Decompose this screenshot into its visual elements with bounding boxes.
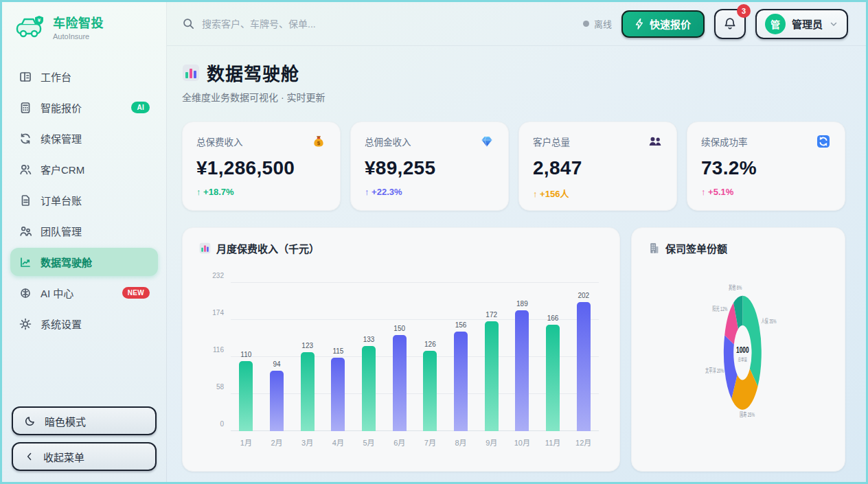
- collapse-menu-button[interactable]: 收起菜单: [12, 442, 157, 471]
- kpi-value: 73.2%: [701, 157, 831, 179]
- y-tick-label: 58: [216, 383, 224, 391]
- donut-chart: 人保 35%国寿 25%太平洋 20%阳光 12%其他 8%1000总单量: [648, 260, 828, 443]
- sidebar-item-ai-center[interactable]: AI 中心 NEW: [10, 279, 158, 307]
- sidebar-footer: 暗色模式 收起菜单: [2, 400, 166, 482]
- bar-chart-emoji-icon: [199, 242, 211, 254]
- x-tick-label: 9月: [476, 437, 507, 448]
- lightning-icon: [635, 19, 644, 30]
- bar-slot: 150: [384, 325, 415, 431]
- search-box[interactable]: [182, 17, 409, 30]
- sidebar-item-crm[interactable]: 客户CRM: [10, 155, 158, 183]
- connection-status: 离线: [583, 17, 612, 30]
- sidebar-item-renewal[interactable]: 续保管理: [10, 124, 158, 152]
- sidebar-item-label: 订单台账: [41, 193, 150, 207]
- dark-mode-label: 暗色模式: [45, 414, 86, 428]
- refresh-icon: [816, 134, 831, 149]
- donut-slice-label: 阳光 12%: [712, 306, 728, 313]
- kpi-value: ¥1,286,500: [196, 157, 326, 179]
- x-tick-label: 11月: [538, 437, 569, 448]
- chevron-left-icon: [24, 451, 35, 462]
- bar-value-label: 166: [547, 314, 559, 322]
- bar[interactable]: [239, 361, 253, 431]
- avatar: 管: [765, 14, 786, 34]
- status-label: 离线: [594, 17, 612, 30]
- ai-badge: AI: [131, 102, 150, 113]
- bar-chart-plot: 0581161742321109412311513315012615617218…: [231, 283, 599, 431]
- kpi-delta: ↑ +156人: [533, 187, 663, 200]
- bars: 11094123115133150126156172189166202: [231, 283, 599, 431]
- x-tick-label: 2月: [262, 437, 293, 448]
- donut-slice-人保[interactable]: [742, 296, 761, 387]
- bar[interactable]: [362, 346, 376, 431]
- money-bag-icon: $: [311, 134, 326, 149]
- bar[interactable]: [331, 358, 345, 431]
- bar[interactable]: [270, 371, 284, 431]
- bar[interactable]: [393, 335, 407, 431]
- notifications-button[interactable]: 3: [714, 9, 746, 39]
- search-input[interactable]: [202, 19, 394, 30]
- bar-slot: 172: [476, 311, 507, 431]
- sidebar-item-label: 团队管理: [41, 224, 150, 238]
- bar-chart-x-labels: 1月2月3月4月5月6月7月8月9月10月11月12月: [231, 437, 599, 448]
- y-tick-label: 232: [212, 272, 224, 279]
- bar[interactable]: [577, 302, 591, 431]
- donut-center-value: 1000: [736, 345, 749, 354]
- kpi-card-renewal-rate: 续保成功率 73.2% ↑ +5.1%: [687, 122, 845, 211]
- sidebar-item-team[interactable]: 团队管理: [10, 217, 158, 245]
- quick-quote-button[interactable]: 快速报价: [621, 10, 705, 38]
- line-chart-icon: [19, 255, 32, 269]
- kpi-label: 总佣金收入: [365, 135, 411, 148]
- svg-text:¥: ¥: [38, 17, 41, 23]
- kpi-value: 2,847: [533, 157, 663, 179]
- y-tick-label: 174: [212, 309, 224, 316]
- donut-center-label: 总单量: [738, 356, 747, 363]
- sidebar-nav: 工作台 智能报价 AI 续保管理 客户CRM 订单台账 团队管理: [2, 60, 166, 400]
- x-tick-label: 7月: [415, 437, 446, 448]
- sidebar-item-label: 智能报价: [41, 100, 123, 115]
- bar-value-label: 94: [273, 360, 280, 368]
- calculator-icon: [19, 101, 32, 115]
- dashboard-content: 数据驾驶舱 全维度业务数据可视化 · 实时更新 总保费收入 $ ¥1,286,5…: [167, 46, 866, 482]
- bar-chart-card: 月度保费收入（千元） 05811617423211094123115133150…: [182, 227, 620, 472]
- topbar: 离线 快速报价 3 管 管理员: [167, 2, 866, 46]
- bar[interactable]: [515, 310, 529, 431]
- car-insurance-logo-icon: ¥: [14, 13, 46, 41]
- donut-slice-label: 国寿 25%: [740, 411, 755, 419]
- sidebar-item-dashboard[interactable]: 数据驾驶舱: [10, 248, 158, 276]
- x-tick-label: 10月: [507, 437, 538, 448]
- page-subtitle: 全维度业务数据可视化 · 实时更新: [182, 90, 845, 104]
- gem-icon: [479, 134, 494, 149]
- x-tick-label: 5月: [354, 437, 385, 448]
- sidebar-item-orders[interactable]: 订单台账: [10, 186, 158, 214]
- main-area: 离线 快速报价 3 管 管理员 数据驾驶舱 全维度业务数据可视化 · 实时更新: [167, 2, 866, 482]
- bar-slot: 189: [507, 300, 538, 431]
- kpi-card-premium: 总保费收入 $ ¥1,286,500 ↑ +18.7%: [182, 122, 341, 211]
- kpi-delta: ↑ +18.7%: [196, 187, 326, 197]
- donut-slice-label: 人保 35%: [761, 317, 777, 325]
- kpi-delta: ↑ +5.1%: [701, 187, 831, 197]
- bar[interactable]: [485, 321, 499, 431]
- moon-icon: [24, 415, 36, 427]
- y-tick-label: 0: [220, 420, 224, 428]
- bar-value-label: 156: [455, 321, 467, 329]
- brain-icon: [19, 286, 32, 300]
- dark-mode-button[interactable]: 暗色模式: [12, 406, 157, 435]
- bar[interactable]: [454, 332, 468, 431]
- sidebar-item-label: 续保管理: [41, 131, 150, 146]
- bar[interactable]: [423, 351, 437, 431]
- sidebar-item-settings[interactable]: 系统设置: [10, 310, 158, 338]
- sidebar-item-smart-quote[interactable]: 智能报价 AI: [10, 93, 158, 122]
- user-menu[interactable]: 管 管理员: [755, 9, 848, 39]
- chevron-down-icon: [829, 19, 838, 29]
- bar-value-label: 110: [240, 351, 251, 358]
- sidebar-item-workbench[interactable]: 工作台: [10, 62, 158, 91]
- bar[interactable]: [546, 325, 560, 431]
- gear-icon: [19, 317, 32, 331]
- kpi-label: 总保费收入: [196, 135, 243, 148]
- donut-slice-label: 太平洋 20%: [705, 367, 724, 375]
- kpi-label: 客户总量: [533, 135, 570, 148]
- bar[interactable]: [301, 352, 315, 431]
- charts-row: 月度保费收入（千元） 05811617423211094123115133150…: [182, 227, 845, 472]
- kpi-card-customers: 客户总量 2,847 ↑ +156人: [518, 122, 677, 211]
- sidebar-item-label: 工作台: [41, 69, 150, 84]
